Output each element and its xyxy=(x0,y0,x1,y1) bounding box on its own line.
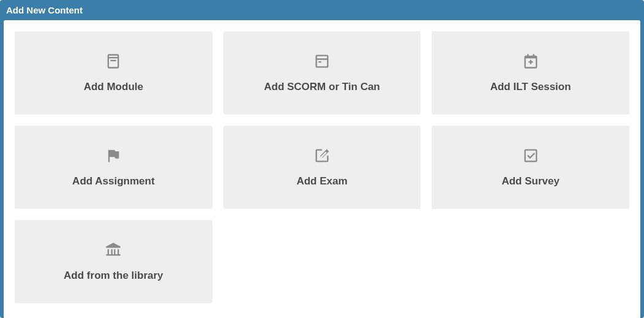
card-label: Add ILT Session xyxy=(490,81,571,93)
window-icon xyxy=(313,53,331,70)
book-icon xyxy=(105,53,122,70)
card-label: Add SCORM or Tin Can xyxy=(264,81,380,93)
add-new-content-panel: Add New Content Add Module Add SCORM or … xyxy=(0,0,644,318)
card-label: Add Exam xyxy=(296,175,347,187)
card-label: Add from the library xyxy=(64,270,163,282)
add-assignment-card[interactable]: Add Assignment xyxy=(15,126,212,209)
add-ilt-session-card[interactable]: Add ILT Session xyxy=(432,31,629,115)
card-label: Add Assignment xyxy=(72,175,154,187)
library-icon xyxy=(105,241,122,259)
add-exam-card[interactable]: Add Exam xyxy=(223,126,421,209)
edit-square-icon xyxy=(313,147,331,164)
card-label: Add Module xyxy=(84,81,143,93)
panel-title: Add New Content xyxy=(0,0,644,20)
check-square-icon xyxy=(522,147,539,164)
flag-icon xyxy=(105,147,122,164)
add-scorm-card[interactable]: Add SCORM or Tin Can xyxy=(223,31,421,115)
add-module-card[interactable]: Add Module xyxy=(15,31,212,115)
panel-body: Add Module Add SCORM or Tin Can Add ILT … xyxy=(4,20,640,318)
calendar-plus-icon xyxy=(522,53,539,70)
add-survey-card[interactable]: Add Survey xyxy=(432,126,629,209)
card-label: Add Survey xyxy=(501,175,559,187)
add-from-library-card[interactable]: Add from the library xyxy=(15,220,212,303)
content-grid: Add Module Add SCORM or Tin Can Add ILT … xyxy=(15,31,629,303)
